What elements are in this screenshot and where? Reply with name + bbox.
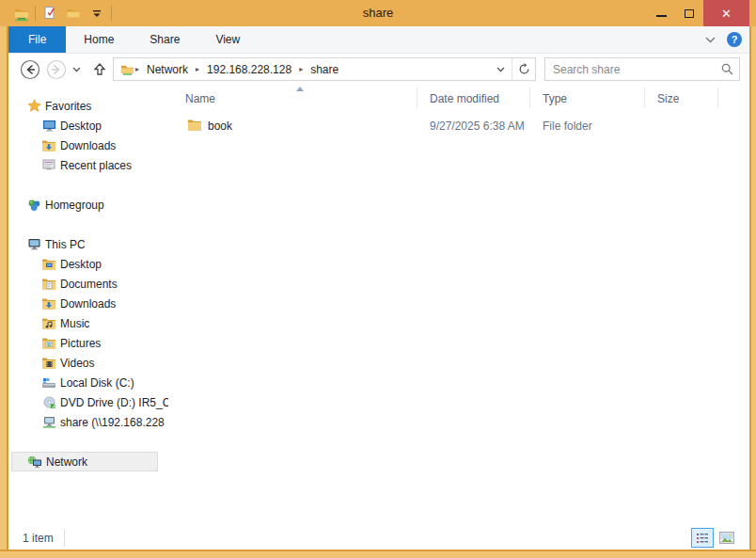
column-header-size[interactable]: Size <box>657 92 679 105</box>
breadcrumb-host[interactable]: 192.168.228.128 <box>200 63 298 76</box>
status-divider <box>64 529 65 547</box>
up-button[interactable] <box>92 62 107 77</box>
refresh-button[interactable] <box>512 58 535 80</box>
sidebar-item-homegroup[interactable]: Homegroup <box>8 195 168 215</box>
sort-ascending-icon <box>296 87 304 91</box>
documents-folder-icon <box>41 277 56 292</box>
address-bar[interactable]: ▸ Network ▸ 192.168.228.128 ▸ share <box>113 57 536 81</box>
maximize-icon <box>685 9 694 18</box>
column-divider[interactable] <box>417 88 417 108</box>
system-share-folder-icon[interactable] <box>11 4 30 23</box>
file-list: Name Date modified Type Size book 9/27/2… <box>168 85 749 527</box>
customize-qat-dropdown-icon[interactable] <box>87 4 106 23</box>
column-header-name[interactable]: Name <box>185 92 215 105</box>
column-header-date-modified[interactable]: Date modified <box>430 92 499 105</box>
sidebar-item-desktop[interactable]: Desktop <box>8 116 168 136</box>
window-border-right <box>749 26 756 558</box>
file-name: book <box>208 120 232 133</box>
sidebar-item-downloads[interactable]: Downloads <box>8 136 168 155</box>
sidebar-item-videos[interactable]: Videos <box>8 353 168 373</box>
minimize-button[interactable] <box>647 0 675 26</box>
sidebar-item-network[interactable]: Network <box>11 452 158 471</box>
network-icon <box>27 454 42 470</box>
breadcrumb-network[interactable]: Network <box>140 63 195 76</box>
window-border-left <box>0 26 8 558</box>
minimize-icon <box>656 15 667 17</box>
file-type: File folder <box>543 120 592 133</box>
sidebar-item-recent-places[interactable]: Recent places <box>8 155 168 175</box>
help-icon[interactable]: ? <box>727 32 742 47</box>
column-headers: Name Date modified Type Size <box>168 85 749 111</box>
back-button[interactable] <box>20 59 40 80</box>
new-folder-button[interactable] <box>64 4 83 23</box>
sidebar-item-documents[interactable]: Documents <box>8 274 168 294</box>
search-icon[interactable] <box>715 63 739 75</box>
breadcrumb-share[interactable]: share <box>304 63 345 76</box>
details-view-button[interactable] <box>691 528 714 548</box>
dvd-drive-icon <box>41 395 56 410</box>
videos-folder-icon <box>41 356 56 371</box>
address-dropdown-chevron-icon[interactable] <box>489 58 512 80</box>
sidebar-item-music[interactable]: Music <box>8 313 168 333</box>
close-button[interactable]: ✕ <box>703 0 749 26</box>
sidebar-item-pc-desktop[interactable]: Desktop <box>8 254 168 274</box>
qat-separator <box>35 6 36 21</box>
music-folder-icon <box>41 316 56 331</box>
navigation-toolbar: ▸ Network ▸ 192.168.228.128 ▸ share <box>8 54 749 85</box>
sidebar-item-pictures[interactable]: Pictures <box>8 333 168 353</box>
downloads-folder-icon <box>41 296 56 311</box>
column-divider[interactable] <box>529 88 530 108</box>
qat-separator <box>111 6 112 21</box>
network-drive-icon <box>41 415 56 430</box>
search-input[interactable] <box>545 63 715 76</box>
close-icon: ✕ <box>721 7 732 21</box>
computer-icon <box>26 237 41 252</box>
tab-share[interactable]: Share <box>132 26 197 53</box>
hard-disk-icon <box>41 375 56 391</box>
sidebar-item-local-disk-c[interactable]: Local Disk (C:) <box>8 373 168 392</box>
main-area: Favorites Desktop Downloads Recent place… <box>8 85 749 527</box>
homegroup-icon <box>26 198 41 213</box>
column-divider[interactable] <box>644 88 645 108</box>
recent-places-icon <box>41 158 56 173</box>
desktop-folder-icon <box>41 257 56 272</box>
folder-icon <box>187 119 202 132</box>
large-icons-view-icon <box>719 532 734 544</box>
tab-home[interactable]: Home <box>66 26 132 53</box>
column-divider[interactable] <box>717 88 718 108</box>
titlebar[interactable] <box>0 0 756 26</box>
details-view-icon <box>696 533 709 544</box>
location-folder-icon <box>119 62 134 77</box>
search-box <box>544 57 740 81</box>
large-icons-view-button[interactable] <box>716 528 738 548</box>
explorer-window: share ✕ File Home Share View ? <box>0 0 756 558</box>
sidebar-item-dvd-drive[interactable]: DVD Drive (D:) IR5_C <box>8 392 168 412</box>
sidebar-item-this-pc[interactable]: This PC <box>8 234 168 254</box>
status-bar: 1 item <box>8 527 749 550</box>
pictures-folder-icon <box>41 336 56 351</box>
quick-access-toolbar <box>8 0 112 26</box>
window-controls: ✕ <box>647 0 749 26</box>
maximize-button[interactable] <box>675 0 703 26</box>
recent-locations-chevron-icon[interactable] <box>72 67 81 72</box>
properties-button[interactable] <box>40 4 59 23</box>
expand-ribbon-chevron-icon[interactable] <box>705 37 716 43</box>
file-date-modified: 9/27/2025 6:38 AM <box>430 120 525 133</box>
tab-view[interactable]: View <box>197 26 258 53</box>
ribbon-tabs: File Home Share View ? <box>8 26 749 54</box>
desktop-icon <box>41 119 56 134</box>
star-icon <box>26 99 41 114</box>
sidebar-item-network-share-drive[interactable]: share (\\192.168.228 <box>8 412 168 432</box>
navigation-pane: Favorites Desktop Downloads Recent place… <box>8 85 168 527</box>
downloads-folder-icon <box>41 138 56 153</box>
window-border-bottom <box>0 550 756 558</box>
column-header-type[interactable]: Type <box>543 92 567 105</box>
sidebar-item-pc-downloads[interactable]: Downloads <box>8 294 168 313</box>
tab-file[interactable]: File <box>8 26 66 53</box>
file-row-book[interactable]: book 9/27/2025 6:38 AM File folder <box>168 117 749 136</box>
item-count: 1 item <box>23 532 54 545</box>
forward-button[interactable] <box>46 59 67 80</box>
sidebar-item-favorites[interactable]: Favorites <box>8 96 168 116</box>
